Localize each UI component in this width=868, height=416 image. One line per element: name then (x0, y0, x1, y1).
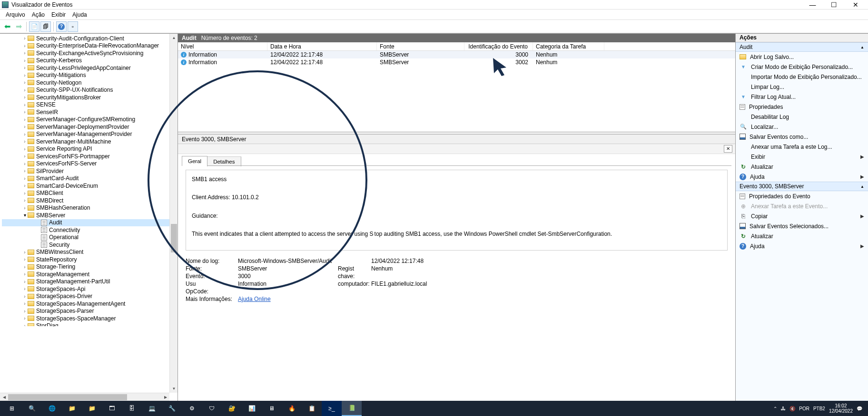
tree-item[interactable]: ›ServerManager-ManagementProvider (2, 131, 178, 138)
tree-item[interactable]: ›SilProvider (2, 167, 178, 175)
help-online-link[interactable]: Ajuda Online (238, 296, 271, 302)
tray-clock[interactable]: 16:02 12/04/2022 (829, 403, 853, 414)
taskbar-app-4[interactable]: 🗄 (122, 401, 142, 416)
taskbar-app-5[interactable]: 💻 (142, 401, 162, 416)
taskbar-app-6[interactable]: 🔧 (162, 401, 182, 416)
tree-item[interactable]: ›Security-LessPrivilegedAppContainer (2, 64, 178, 72)
tree-item[interactable]: ›Security-Audit-Configuration-Client (2, 35, 178, 42)
tab-details[interactable]: Detalhes (207, 156, 241, 166)
system-tray[interactable]: ⌃ 🖧 🔇 POR PTB2 16:02 12/04/2022 💬 (773, 403, 866, 414)
tab-general[interactable]: Geral (182, 156, 207, 166)
forward-button[interactable]: ➡ (13, 21, 24, 32)
tree-item[interactable]: ›SMBDirect (2, 197, 178, 204)
action-view-menu[interactable]: Exibir▶ (736, 152, 868, 162)
tree-item[interactable]: ›Storage-Tiering (2, 263, 178, 271)
col-level[interactable]: Nível (178, 42, 267, 50)
tree-item[interactable]: Connectivity (2, 226, 178, 234)
col-id[interactable]: Identificação do Evento (464, 42, 533, 50)
tree-item[interactable]: ›StateRepository (2, 256, 178, 263)
tray-notifications-icon[interactable]: 💬 (857, 406, 862, 411)
action-copy[interactable]: Copiar▶ (736, 211, 868, 221)
action-save-selected-events[interactable]: Salvar Eventos Selecionados... (736, 221, 868, 231)
close-button[interactable]: ✕ (845, 0, 866, 10)
tree-item[interactable]: ›Security-Kerberos (2, 57, 178, 65)
tree-item[interactable]: ▾SMBServer (2, 212, 178, 219)
tree-item[interactable]: ›SmartCard-DeviceEnum (2, 182, 178, 190)
tree-item[interactable]: ›SMBClient (2, 190, 178, 197)
col-date[interactable]: Data e Hora (267, 42, 377, 50)
taskbar-app-explorer[interactable]: 📁 (62, 401, 82, 416)
action-refresh[interactable]: Atualizar (736, 162, 868, 172)
tree-item[interactable]: ›StorDiag (2, 322, 178, 327)
minimize-button[interactable]: — (802, 0, 823, 10)
tree-item[interactable]: ›Security-Mitigations (2, 72, 178, 79)
tree-item[interactable]: ›SMBHashGeneration (2, 204, 178, 212)
tree-item[interactable]: Audit (2, 219, 178, 227)
col-source[interactable]: Fonte (377, 42, 464, 50)
tree-item[interactable]: ›Security-SPP-UX-Notifications (2, 87, 178, 94)
taskbar-app-10[interactable]: 📊 (242, 401, 262, 416)
tree-item[interactable]: ›StorageSpaces-Api (2, 285, 178, 293)
tree-scrollbar-vertical[interactable]: ▲ ▼ (169, 34, 178, 393)
col-category[interactable]: Categoria da Tarefa (533, 42, 604, 50)
tree-item[interactable]: ›ServerManager-ConfigureSMRemoting (2, 116, 178, 124)
detail-close-button[interactable]: ✕ (724, 145, 732, 153)
action-create-custom-view[interactable]: Criar Modo de Exibição Personalizado... (736, 62, 868, 72)
taskbar-app-edge[interactable]: 🌐 (42, 401, 62, 416)
action-filter-log[interactable]: Filtrar Log Atual... (736, 92, 868, 102)
action-properties[interactable]: Propriedades (736, 102, 868, 112)
maximize-button[interactable]: ☐ (823, 0, 845, 10)
action-help-2[interactable]: ?Ajuda▶ (736, 241, 868, 251)
action-clear-log[interactable]: Limpar Log... (736, 82, 868, 92)
tree[interactable]: ›Security-Audit-Configuration-Client›Sec… (0, 34, 178, 326)
start-button[interactable]: ⊞ (2, 401, 22, 416)
action-event-properties[interactable]: Propriedades do Evento (736, 191, 868, 201)
event-list[interactable]: iInformation12/04/2022 12:17:48SMBServer… (178, 51, 735, 132)
tree-item[interactable]: Security (2, 241, 178, 249)
tray-sound-icon[interactable]: 🔇 (789, 406, 795, 411)
action-save-events-as[interactable]: Salvar Eventos como... (736, 132, 868, 142)
taskbar-app-11[interactable]: 🖥 (262, 401, 282, 416)
tree-item[interactable]: ›ServicesForNFS-Portmapper (2, 153, 178, 160)
tree-item[interactable]: ›StorageSpaces-ManagementAgent (2, 300, 178, 308)
toolbar-help[interactable]: ? (56, 21, 67, 32)
action-open-saved-log[interactable]: Abrir Log Salvo... (736, 52, 868, 62)
tree-item[interactable]: ›StorageManagement-PartUtil (2, 278, 178, 286)
tree-item[interactable]: ›SecurityMitigationsBroker (2, 94, 178, 101)
event-row[interactable]: iInformation12/04/2022 12:17:48SMBServer… (178, 58, 735, 66)
action-help[interactable]: ?Ajuda▶ (736, 172, 868, 182)
tree-item[interactable]: ›Service Reporting API (2, 145, 178, 153)
tree-item[interactable]: ›Security-Netlogon (2, 79, 178, 87)
collapse-icon[interactable]: ▲ (860, 184, 864, 189)
tree-item[interactable]: ›SenseIR (2, 108, 178, 116)
taskbar-app-8[interactable]: 🛡 (202, 401, 222, 416)
tree-item[interactable]: ›StorageSpaces-Parser (2, 308, 178, 315)
menu-file[interactable]: Arquivo (3, 10, 28, 19)
tree-item[interactable]: ›StorageSpaces-Driver (2, 293, 178, 300)
taskbar-app-9[interactable]: 🔐 (222, 401, 242, 416)
back-button[interactable]: ⬅ (2, 21, 12, 32)
taskbar-app-3[interactable]: 🗔 (102, 401, 122, 416)
tree-item[interactable]: ›SENSE (2, 101, 178, 109)
tree-item[interactable]: ›SMBWitnessClient (2, 249, 178, 256)
taskbar-app-powershell[interactable]: ≥_ (322, 401, 342, 416)
taskbar-app-12[interactable]: 🔥 (282, 401, 302, 416)
tree-item[interactable]: ›ServerManager-DeploymentProvider (2, 123, 178, 131)
toolbar-action-2[interactable]: 🗐 (40, 21, 51, 32)
tree-item[interactable]: ›Security-ExchangeActiveSyncProvisioning (2, 49, 178, 57)
taskbar-app-eventviewer[interactable]: 📗 (342, 401, 362, 416)
action-import-custom-view[interactable]: Importar Modo de Exibição Personalizado.… (736, 72, 868, 82)
menu-help[interactable]: Ajuda (69, 10, 90, 19)
tray-network-icon[interactable]: 🖧 (781, 406, 786, 411)
tree-item[interactable]: ›ServerManager-MultiMachine (2, 138, 178, 145)
event-row[interactable]: iInformation12/04/2022 12:17:48SMBServer… (178, 51, 735, 58)
tree-item[interactable]: Operational (2, 234, 178, 242)
tree-item[interactable]: ›StorageManagement (2, 271, 178, 278)
action-attach-task-event[interactable]: ⊕Anexar Tarefa a este Evento... (736, 201, 868, 211)
action-attach-task-log[interactable]: Anexar uma Tarefa a este Log... (736, 142, 868, 152)
tree-item[interactable]: ›ServicesForNFS-Server (2, 160, 178, 168)
tray-kbd[interactable]: PTB2 (813, 406, 825, 411)
collapse-icon[interactable]: ▲ (860, 45, 864, 49)
tree-item[interactable]: ›Security-EnterpriseData-FileRevocationM… (2, 42, 178, 50)
tray-chevron-icon[interactable]: ⌃ (773, 406, 777, 411)
